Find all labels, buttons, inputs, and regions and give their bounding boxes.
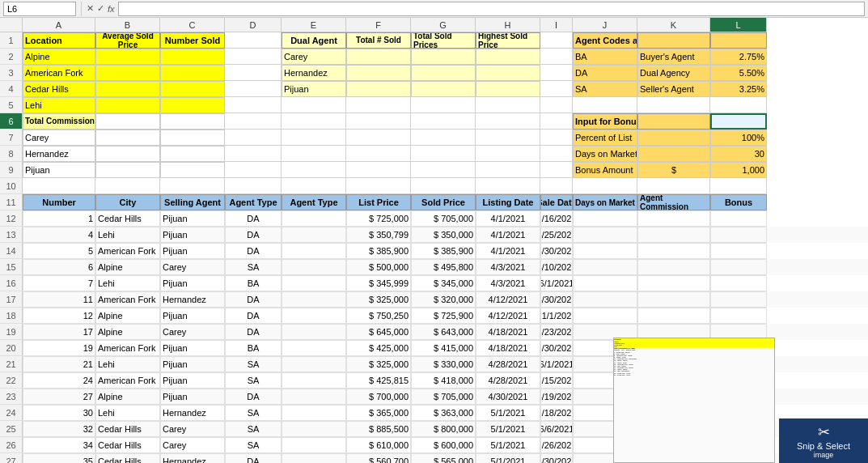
- cell-C12[interactable]: Pijuan: [160, 210, 225, 227]
- cell-G4[interactable]: [411, 81, 476, 97]
- cell-H15[interactable]: 4/3/2021: [476, 259, 540, 275]
- cell-F17[interactable]: $ 325,000: [346, 291, 411, 308]
- cell-F5[interactable]: [346, 97, 411, 113]
- row-num-2[interactable]: 2: [0, 49, 23, 65]
- cell-D2[interactable]: [225, 49, 282, 65]
- cell-K8[interactable]: [637, 146, 710, 162]
- cell-I11[interactable]: Sale Date: [540, 194, 573, 210]
- cell-A5[interactable]: Lehi: [23, 97, 95, 113]
- cell-A11[interactable]: Number: [23, 194, 95, 210]
- cell-F26[interactable]: $ 610,000: [346, 437, 411, 453]
- cell-D22[interactable]: SA: [225, 372, 282, 389]
- cell-L11[interactable]: Bonus: [710, 194, 767, 210]
- cell-E24[interactable]: [282, 405, 346, 421]
- cell-B12[interactable]: Cedar Hills: [95, 210, 160, 227]
- cell-B17[interactable]: American Fork: [95, 291, 160, 308]
- cell-L17[interactable]: [710, 291, 767, 308]
- row-num-23[interactable]: 23: [0, 389, 23, 405]
- row-num-27[interactable]: 27: [0, 453, 23, 463]
- row-num-25[interactable]: 25: [0, 421, 23, 437]
- cell-K15[interactable]: [637, 259, 710, 275]
- cell-E23[interactable]: [282, 389, 346, 405]
- cell-B22[interactable]: American Fork: [95, 372, 160, 389]
- cell-H23[interactable]: 4/30/2021: [476, 389, 540, 405]
- cell-E10[interactable]: [282, 178, 346, 194]
- cell-E6[interactable]: [282, 113, 346, 130]
- cell-E20[interactable]: [282, 340, 346, 356]
- row-num-4[interactable]: 4: [0, 81, 23, 97]
- cell-J5[interactable]: [573, 97, 637, 113]
- cell-F4[interactable]: [346, 81, 411, 97]
- cell-B25[interactable]: Cedar Hills: [95, 421, 160, 437]
- cell-E18[interactable]: [282, 308, 346, 324]
- cell-D25[interactable]: SA: [225, 421, 282, 437]
- row-num-14[interactable]: 14: [0, 243, 23, 259]
- cell-D27[interactable]: DA: [225, 453, 282, 463]
- row-num-13[interactable]: 13: [0, 227, 23, 243]
- cell-H13[interactable]: 4/1/2021: [476, 227, 540, 243]
- cell-J4[interactable]: SA: [573, 81, 637, 97]
- cell-J15[interactable]: [573, 259, 637, 275]
- cell-I3[interactable]: [540, 65, 573, 81]
- cell-J12[interactable]: [573, 210, 637, 227]
- cell-F8[interactable]: [346, 146, 411, 162]
- cell-L4[interactable]: 3.25%: [710, 81, 767, 97]
- cell-B1[interactable]: Average Sold Price: [95, 32, 160, 49]
- cell-H8[interactable]: [476, 146, 540, 162]
- cell-D8[interactable]: [225, 146, 282, 162]
- cell-I13[interactable]: 5/25/2021: [540, 227, 573, 243]
- cell-B2[interactable]: [95, 49, 160, 65]
- row-num-17[interactable]: 17: [0, 291, 23, 308]
- cell-A20[interactable]: 19: [23, 340, 95, 356]
- cell-B5[interactable]: [95, 97, 160, 113]
- cell-C14[interactable]: Pijuan: [160, 243, 225, 259]
- cell-I14[interactable]: 4/30/2021: [540, 243, 573, 259]
- cell-C16[interactable]: Pijuan: [160, 275, 225, 291]
- cell-D1[interactable]: [225, 32, 282, 49]
- cell-E19[interactable]: [282, 324, 346, 340]
- cell-I7[interactable]: [540, 130, 573, 146]
- cell-K9[interactable]: $: [637, 162, 710, 178]
- row-num-6[interactable]: 6: [0, 113, 23, 130]
- cell-E22[interactable]: [282, 372, 346, 389]
- cell-J14[interactable]: [573, 243, 637, 259]
- cell-J7[interactable]: Percent of List: [573, 130, 637, 146]
- cell-C8[interactable]: [160, 146, 225, 162]
- cell-G1[interactable]: Total Sold Prices: [411, 32, 476, 49]
- cell-D6[interactable]: [225, 113, 282, 130]
- cell-I15[interactable]: 6/10/2021: [540, 259, 573, 275]
- cell-C3[interactable]: [160, 65, 225, 81]
- cell-J6[interactable]: Input for Bonus: [573, 113, 637, 130]
- cell-B7[interactable]: [95, 130, 160, 146]
- cell-B21[interactable]: Lehi: [95, 356, 160, 372]
- cell-B13[interactable]: Lehi: [95, 227, 160, 243]
- cell-D26[interactable]: SA: [225, 437, 282, 453]
- cell-G20[interactable]: $ 415,000: [411, 340, 476, 356]
- cell-F13[interactable]: $ 350,799: [346, 227, 411, 243]
- cell-F27[interactable]: $ 560,700: [346, 453, 411, 463]
- cell-B4[interactable]: [95, 81, 160, 97]
- cell-D11[interactable]: Agent Type: [225, 194, 282, 210]
- cell-K2[interactable]: Buyer's Agent: [637, 49, 710, 65]
- cell-A27[interactable]: 35: [23, 453, 95, 463]
- cell-G6[interactable]: [411, 113, 476, 130]
- cell-F15[interactable]: $ 500,000: [346, 259, 411, 275]
- cell-G8[interactable]: [411, 146, 476, 162]
- cell-H11[interactable]: Listing Date: [476, 194, 540, 210]
- cell-I19[interactable]: 6/23/2021: [540, 324, 573, 340]
- cell-F7[interactable]: [346, 130, 411, 146]
- col-header-G[interactable]: G: [411, 18, 476, 32]
- cell-G14[interactable]: $ 385,900: [411, 243, 476, 259]
- cell-F20[interactable]: $ 425,000: [346, 340, 411, 356]
- cell-H19[interactable]: 4/18/2021: [476, 324, 540, 340]
- cell-F22[interactable]: $ 425,815: [346, 372, 411, 389]
- cell-A24[interactable]: 30: [23, 405, 95, 421]
- cell-F11[interactable]: List Price: [346, 194, 411, 210]
- cell-D3[interactable]: [225, 65, 282, 81]
- cell-F23[interactable]: $ 700,000: [346, 389, 411, 405]
- cell-D4[interactable]: [225, 81, 282, 97]
- cell-L2[interactable]: 2.75%: [710, 49, 767, 65]
- cell-B19[interactable]: Alpine: [95, 324, 160, 340]
- cell-A10[interactable]: [23, 178, 95, 194]
- cell-H12[interactable]: 4/1/2021: [476, 210, 540, 227]
